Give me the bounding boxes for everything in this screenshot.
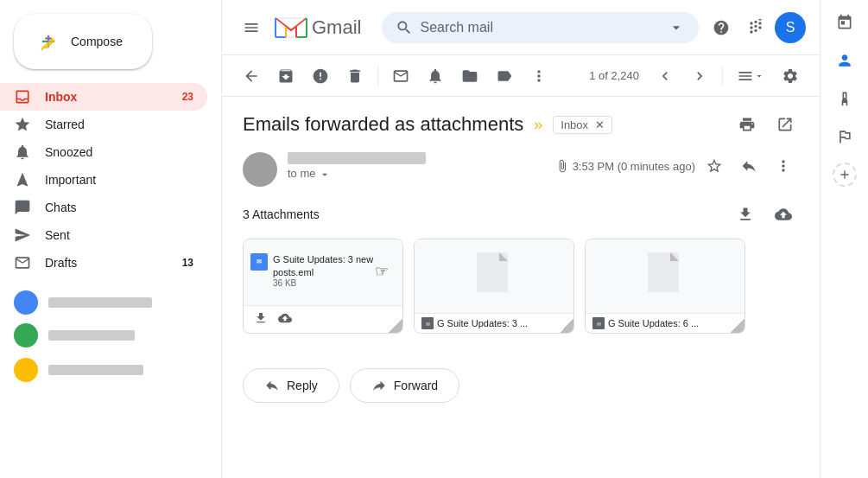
file-icon-2 [473,252,515,301]
tasks-rail-item[interactable] [829,121,860,152]
sidebar-item-drafts[interactable]: Drafts 13 [0,249,207,277]
email-subject-line: Emails forwarded as attachments » Inbox … [243,111,799,138]
important-label: Important [45,173,193,187]
attachment-card-1[interactable]: ✉ G Suite Updates: 3 new posts.eml 36 KB… [243,239,403,334]
toolbar-divider-2 [722,66,723,86]
sent-icon [14,226,31,244]
reply-button[interactable]: Reply [243,368,339,403]
snooze-button[interactable] [420,62,451,90]
contact-item-1[interactable] [14,287,207,318]
attachment-corner-2 [560,319,573,333]
delete-button[interactable] [339,62,371,90]
sidebar-item-snoozed[interactable]: Snoozed [0,138,207,166]
view-options-button[interactable] [730,62,771,90]
drafts-label: Drafts [45,256,182,270]
sender-name [288,152,545,167]
reply-quick-button[interactable] [733,152,764,180]
chats-icon [14,199,31,216]
open-in-new-window-button[interactable] [771,111,799,138]
toolbar-divider-1 [377,66,378,86]
eml-icon-2: ✉ [421,317,434,329]
label-button[interactable] [489,62,520,90]
attachment-indicator-icon [555,159,569,173]
to-me-text: to me [288,167,316,180]
print-button[interactable] [733,111,761,138]
eml-type-badge-1: ✉ [250,253,268,271]
sidebar-item-important[interactable]: Important [0,166,207,194]
contact-item-3[interactable] [14,353,207,387]
compose-plus-icon [35,28,62,55]
user-avatar[interactable]: S [775,12,806,43]
app-name: Gmail [312,16,361,39]
right-rail [820,0,868,478]
report-button[interactable] [305,62,336,90]
attachment-name-2: G Suite Updates: 3 ... [437,318,528,328]
gmail-logo: Gmail [274,15,361,41]
reply-label: Reply [287,379,318,392]
attachment-card-2[interactable]: ✉ G Suite Updates: 3 ... [414,239,574,334]
contact-item-2[interactable] [14,318,207,353]
attachments-header: 3 Attachments [243,201,799,228]
search-dropdown-icon[interactable] [668,19,685,36]
attachment-actions-1 [244,305,402,333]
email-bottom-actions: Reply Forward [243,354,799,403]
prev-email-button[interactable] [649,62,681,90]
download-attachment-1[interactable] [250,309,271,329]
starred-label: Starred [45,118,193,131]
compose-button[interactable]: Compose [14,14,152,69]
contact-avatar-2 [14,323,38,347]
search-input[interactable] [420,20,661,35]
inbox-badge-text: Inbox [561,118,588,131]
more-email-options-button[interactable] [768,152,799,180]
important-icon [14,171,31,188]
inbox-label: Inbox [45,90,182,104]
email-toolbar: 1 of 2,240 [222,55,820,97]
add-app-button[interactable] [833,163,857,187]
contact-name-1 [48,297,152,308]
contact-name-3 [48,365,143,375]
attachment-card-3[interactable]: ✉ G Suite Updates: 6 ... [585,239,745,334]
compose-label: Compose [71,35,123,48]
sidebar-item-inbox[interactable]: Inbox 23 [0,83,207,111]
sidebar-item-chats[interactable]: Chats [0,194,207,221]
attachment-footer-2: ✉ G Suite Updates: 3 ... [415,313,573,333]
back-button[interactable] [236,62,267,90]
sidebar: Compose Inbox 23 Starred Snoozed Importa… [0,0,221,478]
forward-arrow-icon: » [534,116,542,134]
contacts-rail-item[interactable] [829,45,860,76]
sent-label: Sent [45,228,193,242]
sender-to[interactable]: to me [288,167,545,181]
forward-button[interactable]: Forward [350,368,459,403]
sender-info: to me [288,152,545,181]
remove-label-button[interactable]: ✕ [595,118,605,131]
search-box [382,12,699,43]
contact-name-2 [48,330,135,341]
sidebar-item-starred[interactable]: Starred [0,111,207,138]
email-subject: Emails forwarded as attachments [243,113,523,136]
drafts-badge: 13 [182,257,193,269]
save-to-drive-button[interactable] [768,201,799,228]
settings-button[interactable] [775,62,806,90]
keep-rail-item[interactable] [829,83,860,114]
sender-avatar [243,152,277,187]
eml-icon-3: ✉ [592,317,605,329]
mark-unread-button[interactable] [385,62,416,90]
main-content: Gmail S [221,0,820,478]
star-email-button[interactable] [699,152,730,180]
apps-button[interactable] [740,12,771,43]
attachment-corner-1 [389,319,402,333]
contact-avatar-3 [14,358,38,382]
email-count: 1 of 2,240 [589,69,639,82]
email-content: Emails forwarded as attachments » Inbox … [222,97,820,478]
move-button[interactable] [454,62,485,90]
more-button[interactable] [523,62,554,90]
next-email-button[interactable] [684,62,715,90]
save-to-drive-attachment-1[interactable] [275,309,295,329]
help-button[interactable] [706,12,737,43]
attachments-grid: ✉ G Suite Updates: 3 new posts.eml 36 KB… [243,239,799,334]
menu-button[interactable] [236,12,267,43]
archive-button[interactable] [270,62,301,90]
calendar-rail-item[interactable] [829,7,860,38]
sidebar-item-sent[interactable]: Sent [0,221,207,249]
download-all-button[interactable] [730,201,761,228]
